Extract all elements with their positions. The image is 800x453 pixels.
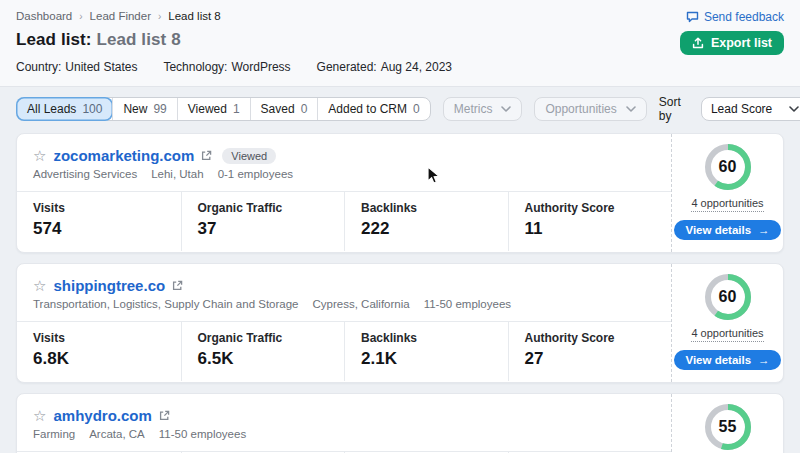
metric-backlinks: Backlinks 2.1K: [344, 322, 508, 381]
tab-new-label: New: [123, 102, 147, 116]
sort-controls: Sort by Lead Score: [659, 95, 800, 123]
tab-viewed[interactable]: Viewed 1: [177, 98, 250, 120]
list-meta: Country: United States Technology: WordP…: [16, 60, 784, 74]
meta-country-value: United States: [65, 60, 137, 74]
favorite-star-icon[interactable]: ☆: [33, 148, 46, 163]
viewed-badge: Viewed: [222, 148, 276, 164]
external-link-icon[interactable]: [201, 150, 212, 161]
export-list-label: Export list: [711, 36, 772, 50]
lead-industry: Advertising Services: [33, 168, 137, 180]
view-details-label: View details: [685, 354, 751, 366]
metrics-dropdown[interactable]: Metrics: [443, 97, 523, 121]
lead-card-header: ☆ amhydro.com: [17, 394, 671, 427]
breadcrumb-item-dashboard[interactable]: Dashboard: [16, 10, 72, 22]
lead-score-value: 60: [704, 143, 752, 191]
tab-viewed-count: 1: [233, 102, 240, 116]
arrow-right-icon: →: [758, 224, 770, 236]
metric-backlinks-label: Backlinks: [361, 331, 492, 345]
lead-domain-link[interactable]: zocomarketing.com: [53, 147, 194, 164]
lead-score-donut: 55: [704, 403, 752, 451]
breadcrumb: Dashboard › Lead Finder › Lead list 8: [16, 10, 784, 22]
meta-technology-label: Technology:: [163, 60, 227, 74]
external-link-icon[interactable]: [159, 410, 170, 421]
lead-domain-link[interactable]: shippingtree.co: [53, 277, 165, 294]
sort-by-label: Sort by: [659, 95, 693, 123]
lead-metrics: Visits 6.8K Organic Traffic 6.5K Backlin…: [17, 321, 671, 381]
page-title: Lead list: Lead list 8: [16, 30, 784, 50]
tab-new[interactable]: New 99: [112, 98, 176, 120]
opportunities-dropdown[interactable]: Opportunities: [534, 97, 646, 121]
tab-new-count: 99: [153, 102, 166, 116]
page-header: Dashboard › Lead Finder › Lead list 8 Se…: [0, 0, 800, 87]
tab-viewed-label: Viewed: [188, 102, 227, 116]
chevron-down-icon: [789, 106, 799, 112]
lead-score-panel: 60 4 opportunities View details →: [671, 134, 783, 252]
lead-score-donut: 60: [704, 273, 752, 321]
favorite-star-icon[interactable]: ☆: [33, 408, 46, 423]
metric-authority-score: Authority Score 11: [508, 192, 672, 251]
external-link-icon[interactable]: [172, 280, 183, 291]
tab-saved-count: 0: [301, 102, 308, 116]
metric-organic-traffic-value: 37: [198, 219, 329, 239]
meta-country: Country: United States: [16, 60, 137, 74]
view-details-button[interactable]: View details →: [674, 350, 780, 370]
send-feedback-link[interactable]: Send feedback: [686, 10, 784, 24]
meta-technology-value: WordPress: [231, 60, 290, 74]
filters-toolbar: All Leads 100 New 99 Viewed 1 Saved 0 Ad…: [0, 87, 800, 130]
lead-card: ☆ shippingtree.co Transportation, Logist…: [16, 263, 784, 383]
tab-added-to-crm[interactable]: Added to CRM 0: [317, 98, 429, 120]
lead-location: Arcata, CA: [89, 428, 145, 440]
tab-added-to-crm-label: Added to CRM: [328, 102, 407, 116]
opportunities-link[interactable]: 4 opportunities: [691, 197, 763, 212]
metric-authority-score-label: Authority Score: [525, 331, 656, 345]
metrics-dropdown-label: Metrics: [454, 102, 493, 116]
meta-generated-label: Generated:: [317, 60, 377, 74]
lead-company-info: Farming Arcata, CA 11-50 employees: [17, 427, 671, 451]
send-feedback-label: Send feedback: [704, 10, 784, 24]
tab-all-leads[interactable]: All Leads 100: [16, 97, 113, 121]
lead-location: Cypress, California: [313, 298, 410, 310]
metric-backlinks-label: Backlinks: [361, 201, 492, 215]
breadcrumb-item-current: Lead list 8: [168, 10, 220, 22]
tab-saved-label: Saved: [261, 102, 295, 116]
metric-authority-score-label: Authority Score: [525, 201, 656, 215]
lead-score-panel: 60 4 opportunities View details →: [671, 264, 783, 382]
lead-company-info: Transportation, Logistics, Supply Chain …: [17, 297, 671, 321]
metric-organic-traffic-value: 6.5K: [198, 349, 329, 369]
feedback-bubble-icon: [686, 11, 699, 23]
tab-saved[interactable]: Saved 0: [250, 98, 318, 120]
lead-score-donut: 60: [704, 143, 752, 191]
export-list-button[interactable]: Export list: [680, 31, 784, 55]
lead-domain-link[interactable]: amhydro.com: [53, 407, 151, 424]
meta-technology: Technology: WordPress: [163, 60, 290, 74]
breadcrumb-item-lead-finder[interactable]: Lead Finder: [90, 10, 151, 22]
metric-organic-traffic: Organic Traffic 6.5K: [181, 322, 345, 381]
meta-generated: Generated: Aug 24, 2023: [317, 60, 452, 74]
tab-added-to-crm-count: 0: [413, 102, 420, 116]
metric-visits-value: 574: [33, 219, 165, 239]
metric-visits: Visits 6.8K: [17, 322, 181, 381]
view-details-button[interactable]: View details →: [674, 220, 780, 240]
lead-card: ☆ amhydro.com Farming Arcata, CA 11-50 e…: [16, 393, 784, 453]
lead-card: ☆ zocomarketing.com Viewed Advertising S…: [16, 133, 784, 253]
lead-card-main: ☆ zocomarketing.com Viewed Advertising S…: [17, 134, 671, 252]
sort-by-value: Lead Score: [711, 102, 772, 116]
favorite-star-icon[interactable]: ☆: [33, 278, 46, 293]
metric-backlinks: Backlinks 222: [344, 192, 508, 251]
lead-employees: 0-1 employees: [218, 168, 293, 180]
lead-score-value: 60: [704, 273, 752, 321]
lead-employees: 11-50 employees: [159, 428, 246, 440]
arrow-right-icon: →: [758, 354, 770, 366]
export-upload-icon: [692, 37, 704, 49]
sort-by-select[interactable]: Lead Score: [701, 97, 800, 121]
meta-country-label: Country:: [16, 60, 61, 74]
metric-visits: Visits 574: [17, 192, 181, 251]
lead-card-main: ☆ shippingtree.co Transportation, Logist…: [17, 264, 671, 382]
lead-score-panel: 55 3 opportunities View details →: [671, 394, 783, 453]
metric-organic-traffic-label: Organic Traffic: [198, 331, 329, 345]
lead-location: Lehi, Utah: [151, 168, 203, 180]
opportunities-link[interactable]: 4 opportunities: [691, 327, 763, 342]
lead-score-value: 55: [704, 403, 752, 451]
metric-authority-score-value: 27: [525, 349, 656, 369]
lead-card-header: ☆ shippingtree.co: [17, 264, 671, 297]
